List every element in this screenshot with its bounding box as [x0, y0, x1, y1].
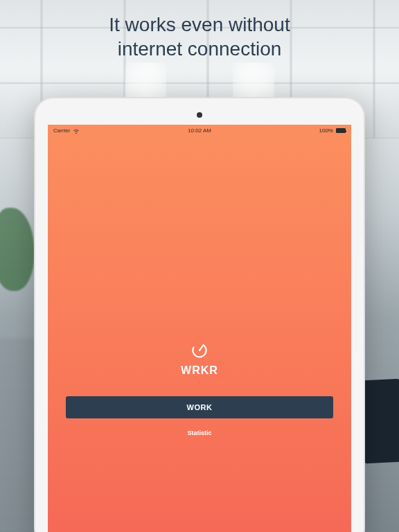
statistic-link[interactable]: Statistic	[187, 429, 211, 436]
app-content: WRKR WORK Statistic	[48, 125, 351, 532]
marketing-headline: It works even without internet connectio…	[0, 12, 399, 61]
tablet-screen: Carrier 10:02 AM 100%	[48, 125, 351, 532]
headline-line-2: internet connection	[118, 38, 282, 60]
work-button[interactable]: WORK	[66, 396, 332, 418]
app-logo-text: WRKR	[181, 364, 218, 377]
timer-icon	[190, 339, 209, 359]
office-plant	[0, 208, 35, 291]
svg-line-1	[200, 346, 202, 351]
headline-line-1: It works even without	[109, 14, 290, 35]
tablet-device-frame: Carrier 10:02 AM 100%	[34, 97, 365, 532]
